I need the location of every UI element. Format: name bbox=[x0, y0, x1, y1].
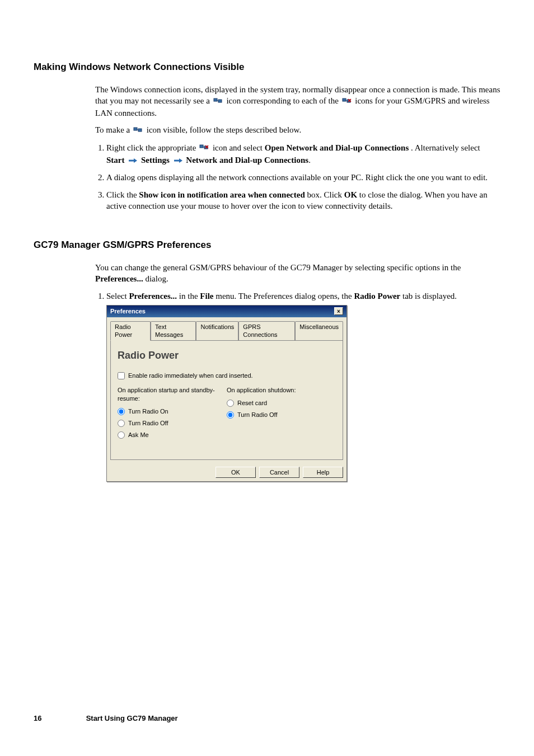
arrow-right-icon bbox=[128, 155, 137, 166]
text-bold: Open Network and Dial-up Connections bbox=[265, 143, 409, 152]
section1-para2: To make a icon visible, follow the steps… bbox=[95, 124, 500, 137]
radio-label: Turn Radio Off bbox=[237, 411, 278, 419]
radio-turn-on-startup[interactable] bbox=[118, 408, 125, 415]
text-bold: Show icon in notification area when conn… bbox=[139, 190, 305, 199]
section2-para1: You can change the general GSM/GPRS beha… bbox=[95, 262, 500, 285]
list-item: Right click the appropriate icon and sel… bbox=[106, 142, 500, 166]
footer-title: Start Using GC79 Manager bbox=[86, 714, 178, 722]
startup-label: On application startup and standby-resum… bbox=[118, 386, 227, 403]
text: dialog. bbox=[145, 274, 168, 283]
text-bold: Settings bbox=[141, 156, 170, 165]
panel-heading: Radio Power bbox=[118, 349, 336, 362]
text: icon visible, follow the steps described… bbox=[147, 125, 301, 134]
text-bold: Preferences... bbox=[95, 274, 143, 283]
svg-marker-17 bbox=[134, 158, 137, 163]
tab-panel: Radio Power Enable radio immediately whe… bbox=[110, 340, 343, 459]
radio-reset-card[interactable] bbox=[227, 400, 234, 407]
svg-rect-11 bbox=[200, 145, 203, 148]
radio-label: Reset card bbox=[237, 399, 267, 407]
text: To make a bbox=[95, 125, 132, 134]
svg-rect-0 bbox=[214, 98, 217, 101]
text: Select bbox=[106, 292, 129, 300]
text-bold: Start bbox=[106, 156, 125, 165]
list-item: A dialog opens displaying all the networ… bbox=[106, 172, 500, 183]
radio-label: Turn Radio On bbox=[128, 407, 168, 416]
network-connected-icon bbox=[213, 96, 223, 107]
tabstrip: Radio Power Text Messages Notifications … bbox=[107, 317, 346, 341]
close-icon[interactable]: × bbox=[334, 307, 343, 315]
tab-notifications[interactable]: Notifications bbox=[196, 321, 238, 341]
svg-rect-1 bbox=[218, 100, 222, 102]
text-bold: Radio Power bbox=[354, 292, 400, 300]
network-disconnected-icon bbox=[342, 96, 352, 107]
svg-rect-3 bbox=[343, 98, 346, 101]
page-number: 16 bbox=[34, 714, 84, 722]
section1-para1: The Windows connection icons, displayed … bbox=[95, 84, 500, 119]
radio-label: Turn Radio Off bbox=[128, 419, 168, 428]
text: icon and select bbox=[213, 143, 265, 152]
dialog-title-text: Preferences bbox=[110, 307, 146, 316]
svg-rect-8 bbox=[134, 128, 137, 130]
network-disconnected-icon bbox=[199, 143, 209, 154]
section1-heading: Making Windows Network Connections Visib… bbox=[34, 62, 500, 73]
ok-button[interactable]: OK bbox=[216, 467, 256, 478]
list-item: Click the Show icon in notification area… bbox=[106, 189, 500, 212]
text: Click the bbox=[106, 190, 139, 199]
tab-radio-power[interactable]: Radio Power bbox=[110, 321, 151, 341]
text: in the bbox=[179, 292, 200, 300]
network-connected-icon bbox=[133, 125, 143, 137]
section1-steps: Right click the appropriate icon and sel… bbox=[95, 142, 500, 212]
text: . Alternatively select bbox=[411, 143, 480, 152]
text: icon corresponding to each of the bbox=[226, 96, 340, 105]
text: You can change the general GSM/GPRS beha… bbox=[95, 263, 461, 272]
text-bold: Network and Dial-up Connections bbox=[186, 156, 308, 165]
enable-radio-checkbox[interactable] bbox=[118, 372, 125, 379]
svg-marker-19 bbox=[179, 158, 182, 163]
tab-gprs-connections[interactable]: GPRS Connections bbox=[238, 321, 295, 341]
section2-heading: GC79 Manager GSM/GPRS Preferences bbox=[34, 240, 500, 251]
text: tab is displayed. bbox=[402, 292, 457, 300]
svg-rect-9 bbox=[138, 129, 142, 132]
tab-miscellaneous[interactable]: Miscellaneous bbox=[295, 321, 343, 341]
section2-steps: Select Preferences... in the File menu. … bbox=[95, 290, 500, 482]
checkbox-label: Enable radio immediately when card inser… bbox=[128, 372, 253, 380]
preferences-dialog: Preferences × Radio Power Text Messages … bbox=[106, 305, 347, 482]
help-button[interactable]: Help bbox=[303, 467, 343, 478]
tab-text-messages[interactable]: Text Messages bbox=[151, 321, 196, 341]
shutdown-label: On application shutdown: bbox=[227, 386, 336, 395]
cancel-button[interactable]: Cancel bbox=[259, 467, 299, 478]
radio-ask-me[interactable] bbox=[118, 431, 125, 439]
page-footer: 16 Start Using GC79 Manager bbox=[34, 714, 178, 722]
text: menu. The Preferences dialog opens, the bbox=[216, 292, 354, 300]
text-bold: OK bbox=[344, 190, 357, 199]
radio-turn-off-startup[interactable] bbox=[118, 420, 125, 427]
radio-turn-off-shutdown[interactable] bbox=[227, 411, 234, 419]
arrow-right-icon bbox=[174, 155, 182, 166]
dialog-titlebar: Preferences × bbox=[107, 306, 346, 317]
list-item: Select Preferences... in the File menu. … bbox=[106, 290, 500, 482]
text-bold: Preferences... bbox=[129, 292, 177, 300]
text: box. Click bbox=[307, 190, 344, 199]
dialog-buttons: OK Cancel Help bbox=[107, 463, 346, 482]
enable-radio-checkbox-row: Enable radio immediately when card inser… bbox=[118, 372, 336, 380]
radio-label: Ask Me bbox=[128, 431, 149, 439]
text: . bbox=[308, 156, 311, 165]
text-bold: File bbox=[200, 292, 213, 300]
text: Right click the appropriate bbox=[106, 143, 198, 152]
